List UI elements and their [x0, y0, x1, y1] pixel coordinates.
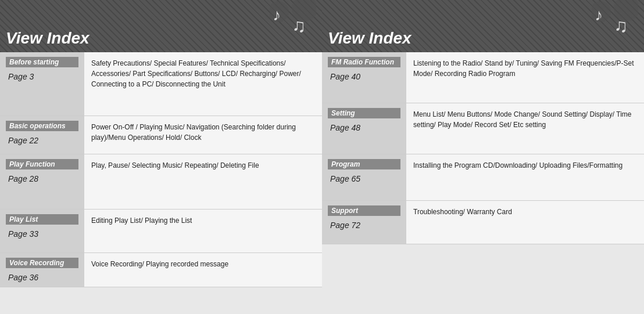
section-body-0: Safety Precautions/ Special Features/ Te…: [84, 52, 322, 116]
right-panel: View Index ♪ ♫ FM Radio Function Page 40…: [322, 0, 644, 314]
left-section-0: Before starting Page 3 Safety Precaution…: [0, 52, 322, 116]
right-header-title: View Index: [328, 29, 412, 48]
right-section-1: Setting Page 48 Menu List/ Menu Buttons/…: [322, 103, 644, 154]
section-page-2: Page 28: [6, 174, 78, 183]
section-label-4: Voice Recording Page 36: [0, 253, 84, 287]
right-section-page-0: Page 40: [328, 72, 400, 81]
section-body-2: Play, Pause/ Selecting Music/ Repeating/…: [84, 154, 322, 209]
right-content: FM Radio Function Page 40 Listening to t…: [322, 52, 644, 314]
left-panel: View Index ♪ ♫ Before starting Page 3 Sa…: [0, 0, 322, 314]
right-section-body-1: Menu List/ Menu Buttons/ Mode Change/ So…: [406, 103, 644, 154]
left-section-3: Play List Page 33 Editing Play List/ Pla…: [0, 210, 322, 253]
right-section-0: FM Radio Function Page 40 Listening to t…: [322, 52, 644, 103]
right-section-label-1: Setting Page 48: [322, 103, 406, 154]
section-page-4: Page 36: [6, 273, 78, 282]
music-notes-icon: ♪ ♫: [270, 0, 316, 46]
section-title-2: Play Function: [6, 159, 78, 169]
music-notes-icon-right: ♪ ♫: [592, 0, 638, 46]
section-title-1: Basic operations: [6, 121, 78, 131]
section-title-3: Play List: [6, 214, 78, 225]
section-body-3: Editing Play List/ Playing the List: [84, 210, 322, 252]
right-section-title-2: Program: [328, 159, 400, 169]
left-header-title: View Index: [6, 29, 90, 48]
left-content: Before starting Page 3 Safety Precaution…: [0, 52, 322, 314]
right-section-body-3: Troubleshooting/ Warranty Card: [406, 201, 644, 244]
svg-text:♫: ♫: [614, 15, 628, 36]
section-page-1: Page 22: [6, 136, 78, 145]
left-section-1: Basic operations Page 22 Power On-Off / …: [0, 116, 322, 154]
right-section-title-1: Setting: [328, 108, 400, 118]
right-section-page-3: Page 72: [328, 221, 400, 230]
section-body-4: Voice Recording/ Playing recorded messag…: [84, 253, 322, 287]
left-section-4: Voice Recording Page 36 Voice Recording/…: [0, 253, 322, 287]
right-section-label-2: Program Page 65: [322, 154, 406, 200]
right-section-page-2: Page 65: [328, 174, 400, 183]
section-label-0: Before starting Page 3: [0, 52, 84, 116]
section-label-3: Play List Page 33: [0, 210, 84, 252]
right-section-body-0: Listening to the Radio/ Stand by/ Tuning…: [406, 52, 644, 103]
svg-text:♪: ♪: [273, 6, 281, 24]
right-section-3: Support Page 72 Troubleshooting/ Warrant…: [322, 201, 644, 244]
svg-text:♫: ♫: [292, 15, 306, 36]
section-title-0: Before starting: [6, 57, 78, 67]
right-section-title-3: Support: [328, 205, 400, 216]
right-section-title-0: FM Radio Function: [328, 57, 400, 67]
right-header: View Index ♪ ♫: [322, 0, 644, 52]
right-section-body-2: Installing the Program CD/Downloading/ U…: [406, 154, 644, 200]
section-page-0: Page 3: [6, 72, 78, 81]
section-page-3: Page 33: [6, 229, 78, 239]
right-section-2: Program Page 65 Installing the Program C…: [322, 154, 644, 201]
right-section-page-1: Page 48: [328, 123, 400, 132]
section-title-4: Voice Recording: [6, 258, 78, 268]
svg-text:♪: ♪: [595, 6, 603, 24]
section-label-1: Basic operations Page 22: [0, 116, 84, 154]
left-section-2: Play Function Page 28 Play, Pause/ Selec…: [0, 154, 322, 210]
right-section-label-3: Support Page 72: [322, 201, 406, 244]
right-section-label-0: FM Radio Function Page 40: [322, 52, 406, 103]
section-label-2: Play Function Page 28: [0, 154, 84, 209]
left-header: View Index ♪ ♫: [0, 0, 322, 52]
section-body-1: Power On-Off / Playing Music/ Navigation…: [84, 116, 322, 154]
